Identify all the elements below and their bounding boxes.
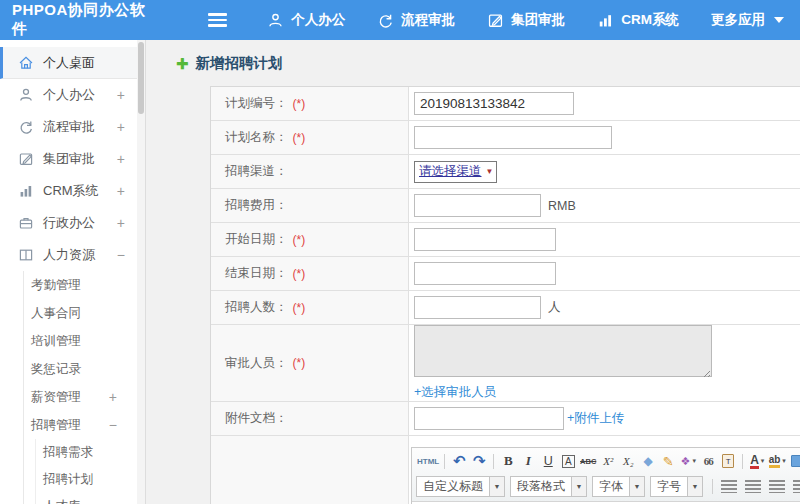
hamburger-icon[interactable] (208, 10, 227, 30)
toolbar-row-2: 自定义标题▼段落格式▼字体▼字号▼∞∞ (416, 474, 800, 498)
eraser-icon[interactable]: ◆ (639, 452, 657, 470)
align-left-icon[interactable] (721, 480, 737, 493)
plus-icon: ✚ (176, 55, 189, 73)
field-label-channel: 招聘渠道： (211, 155, 409, 188)
format-painter-icon[interactable]: ❖▾ (679, 452, 697, 470)
collapse-icon[interactable]: − (109, 417, 117, 433)
underline-icon[interactable]: U (539, 452, 557, 470)
attachment-input[interactable] (414, 407, 564, 430)
chevron-down-icon[interactable]: ▼ (629, 477, 644, 496)
italic-icon[interactable]: I (519, 452, 537, 470)
sidebar-item-recruit-mgmt[interactable]: 招聘管理− (0, 411, 145, 439)
form-row-end-date: 结束日期：(*) (211, 257, 800, 291)
nav-item-crm-system[interactable]: CRM系统 (597, 11, 679, 29)
sidebar-item-talent-pool[interactable]: 人才库 (0, 493, 145, 504)
sidebar-item-rewards[interactable]: 奖惩记录 (0, 355, 145, 383)
sidebar-item-label: 培训管理 (31, 333, 81, 350)
combo-custom-title[interactable]: 自定义标题▼ (416, 476, 505, 497)
collapse-icon[interactable]: − (117, 247, 125, 263)
app-header: PHPOA协同办公软件 个人办公流程审批集团审批CRM系统更多应用 (0, 0, 800, 40)
main-content: ✚ 新增招聘计划 计划编号：(*)计划名称：(*)招聘渠道：请选择渠道▼招聘费用… (146, 40, 800, 504)
nav-item-label: 集团审批 (511, 11, 565, 29)
form-row-fee: 招聘费用：RMB (211, 189, 800, 223)
strikethrough-icon[interactable]: ABC (579, 452, 597, 470)
align-right-icon[interactable] (769, 480, 785, 493)
end-date-input[interactable] (414, 262, 556, 285)
approvers-textarea[interactable] (414, 325, 712, 377)
sidebar-item-personal-desktop[interactable]: 个人桌面 (0, 47, 145, 79)
form-row-start-date: 开始日期：(*) (211, 223, 800, 257)
blockquote-icon[interactable]: 66 (699, 452, 717, 470)
nav-item-process-approval[interactable]: 流程审批 (377, 11, 455, 29)
chevron-down-icon[interactable]: ▼ (687, 477, 702, 496)
superscript-icon[interactable]: X² (599, 452, 617, 470)
sidebar-item-label: 个人桌面 (43, 54, 95, 72)
align-justify-icon[interactable] (793, 480, 800, 493)
nav-item-label: 流程审批 (401, 11, 455, 29)
sidebar-item-recruit-plan[interactable]: 招聘计划 (0, 466, 145, 493)
choose-approvers-link[interactable]: +选择审批人员 (414, 384, 496, 401)
expand-icon[interactable]: + (117, 151, 125, 167)
bold-icon[interactable]: B (499, 452, 517, 470)
chevron-down-icon[interactable]: ▼ (489, 477, 504, 496)
fee-input[interactable] (414, 194, 541, 217)
sidebar-scrollbar-thumb[interactable] (138, 42, 144, 114)
field-label-text: 招聘费用： (225, 197, 288, 214)
channel-select[interactable]: 请选择渠道▼ (414, 161, 497, 183)
subscript-icon[interactable]: X₂ (619, 452, 637, 470)
nav-item-personal-office[interactable]: 个人办公 (267, 11, 345, 29)
combo-paragraph-format[interactable]: 段落格式▼ (510, 476, 587, 497)
chevron-down-icon[interactable]: ▼ (571, 477, 586, 496)
sidebar-item-hr-contract[interactable]: 人事合同 (0, 299, 145, 327)
expand-icon[interactable]: + (117, 215, 125, 231)
sidebar-item-label: 个人办公 (43, 86, 95, 104)
nav-item-label: 更多应用 (711, 11, 765, 29)
required-mark: (*) (293, 131, 306, 145)
plan-name-input[interactable] (414, 126, 612, 149)
sidebar-item-group-approval[interactable]: 集团审批+ (0, 143, 145, 175)
page-title: 新增招聘计划 (196, 54, 283, 73)
start-date-input[interactable] (414, 228, 556, 251)
sidebar-item-human-resources[interactable]: 人力资源− (0, 239, 145, 271)
font-color-icon[interactable]: A▾ (748, 452, 766, 470)
combo-font-family[interactable]: 字体▼ (592, 476, 645, 497)
expand-icon[interactable]: + (117, 87, 125, 103)
sidebar-item-admin-office[interactable]: 行政办公+ (0, 207, 145, 239)
expand-icon[interactable]: + (117, 119, 125, 135)
sidebar-item-training[interactable]: 培训管理 (0, 327, 145, 355)
headcount-input[interactable] (414, 296, 541, 319)
book-icon (18, 247, 34, 263)
highlight-color-icon[interactable]: ab▾ (768, 452, 786, 470)
paste-text-icon[interactable]: T (719, 452, 737, 470)
expand-icon[interactable]: + (109, 389, 117, 405)
sidebar-item-salary[interactable]: 薪资管理+ (0, 383, 145, 411)
insert-image-icon[interactable] (788, 452, 800, 470)
form-row-attachment: 附件文档：+附件上传 (211, 402, 800, 436)
sidebar-item-attendance[interactable]: 考勤管理 (0, 271, 145, 299)
plan-number-input[interactable] (414, 92, 574, 115)
nav-item-more-apps[interactable]: 更多应用 (711, 11, 784, 29)
nav-item-label: 个人办公 (291, 11, 345, 29)
sidebar-item-label: 招聘计划 (43, 471, 93, 488)
process-icon (18, 119, 34, 135)
nav-item-group-approval[interactable]: 集团审批 (487, 11, 565, 29)
html-source-icon[interactable]: HTML (417, 452, 439, 470)
undo-icon[interactable]: ↶ (450, 452, 468, 470)
clear-format-icon[interactable]: ✎ (659, 452, 677, 470)
redo-icon[interactable]: ↷ (470, 452, 488, 470)
sidebar-item-label: 流程审批 (43, 118, 95, 136)
chart-icon (18, 183, 34, 199)
toolbar-separator (712, 479, 713, 494)
expand-icon[interactable]: + (117, 183, 125, 199)
field-label-text: 招聘渠道： (225, 163, 288, 180)
align-center-icon[interactable] (745, 480, 761, 493)
sidebar-item-recruit-demand[interactable]: 招聘需求 (0, 439, 145, 466)
char-border-icon[interactable]: A (559, 452, 577, 470)
attachment-upload-link[interactable]: +附件上传 (567, 410, 624, 427)
field-label-text: 招聘人数： (225, 299, 288, 316)
sidebar-item-process-approval[interactable]: 流程审批+ (0, 111, 145, 143)
combo-font-size[interactable]: 字号▼ (650, 476, 703, 497)
sidebar-scrollbar[interactable] (137, 40, 145, 504)
sidebar-item-crm-system[interactable]: CRM系统+ (0, 175, 145, 207)
sidebar-item-personal-office[interactable]: 个人办公+ (0, 79, 145, 111)
